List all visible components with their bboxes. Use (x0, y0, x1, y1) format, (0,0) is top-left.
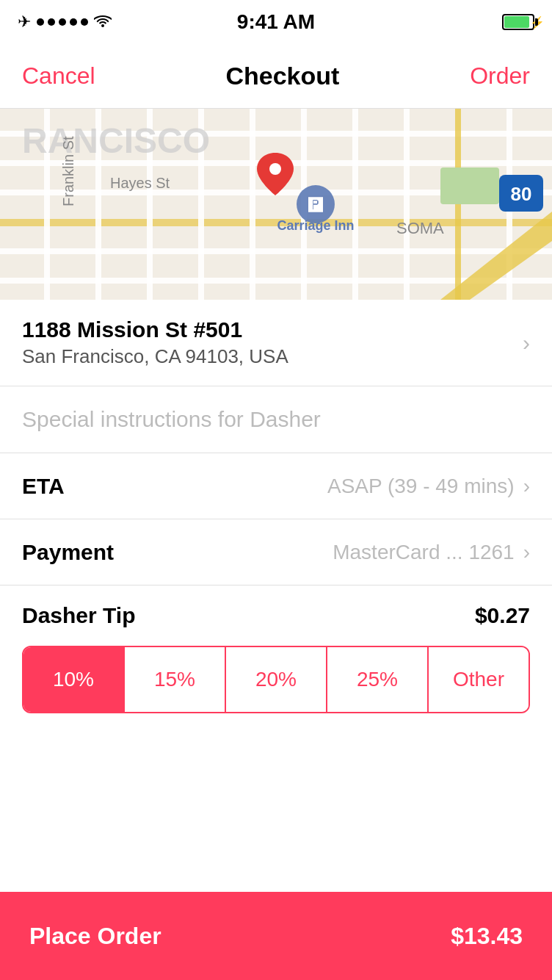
svg-text:SOMA: SOMA (396, 219, 444, 237)
status-bar: ✈ 9:41 AM ⚡ (0, 0, 552, 44)
signal-dot-5 (81, 18, 88, 26)
tip-btn-25[interactable]: 25% (327, 647, 429, 712)
tip-section: Dasher Tip $0.27 10%15%20%25%Other (0, 586, 552, 713)
tip-buttons: 10%15%20%25%Other (22, 646, 530, 713)
tip-btn-15[interactable]: 15% (125, 647, 226, 712)
payment-value: MasterCard ... 1261 (333, 541, 514, 564)
tip-label: Dasher Tip (22, 603, 136, 628)
eta-value-container: ASAP (39 - 49 mins) › (327, 475, 530, 498)
address-text: 1188 Mission St #501 San Francisco, CA 9… (22, 317, 288, 368)
address-main: 1188 Mission St #501 (22, 317, 288, 342)
map-view[interactable]: RANCISCO Franklin St Hayes St SOMA 80 🅿 … (0, 109, 552, 300)
tip-header: Dasher Tip $0.27 (22, 603, 530, 628)
signal-dot-1 (37, 18, 44, 26)
signal-dots (37, 18, 88, 26)
page-title: Checkout (225, 62, 339, 90)
svg-text:Carriage Inn: Carriage Inn (277, 218, 354, 233)
signal-dot-2 (48, 18, 55, 26)
tip-btn-10[interactable]: 10% (23, 647, 125, 712)
order-button[interactable]: Order (470, 62, 530, 90)
signal-dot-4 (70, 18, 77, 26)
svg-text:Hayes St: Hayes St (110, 175, 170, 191)
eta-chevron-icon: › (523, 475, 530, 498)
battery-container: ⚡ (502, 14, 534, 30)
payment-section[interactable]: Payment MasterCard ... 1261 › (0, 519, 552, 586)
svg-rect-4 (0, 219, 552, 226)
svg-rect-18 (440, 167, 499, 204)
payment-chevron-icon: › (523, 541, 530, 564)
svg-text:Franklin St: Franklin St (60, 136, 76, 206)
eta-label: ETA (22, 474, 65, 499)
battery-icon: ⚡ (502, 14, 534, 30)
place-order-bar[interactable]: Place Order $13.43 (0, 892, 552, 980)
svg-text:RANCISCO: RANCISCO (22, 121, 210, 160)
bolt-icon: ⚡ (530, 15, 545, 29)
airplane-icon: ✈ (18, 12, 31, 32)
instructions-section[interactable]: Special instructions for Dasher (0, 386, 552, 453)
svg-text:80: 80 (511, 183, 532, 205)
svg-rect-13 (352, 109, 358, 300)
place-order-price: $13.43 (451, 923, 523, 950)
nav-bar: Cancel Checkout Order (0, 44, 552, 109)
address-section[interactable]: 1188 Mission St #501 San Francisco, CA 9… (0, 300, 552, 386)
address-sub: San Francisco, CA 94103, USA (22, 345, 288, 368)
signal-dot-3 (59, 18, 66, 26)
payment-label: Payment (22, 540, 114, 565)
address-chevron-icon: › (523, 331, 530, 356)
tip-btn-other[interactable]: Other (429, 647, 529, 712)
svg-rect-14 (404, 109, 410, 300)
cancel-button[interactable]: Cancel (22, 62, 95, 90)
tip-amount: $0.27 (475, 603, 530, 628)
eta-section[interactable]: ETA ASAP (39 - 49 mins) › (0, 453, 552, 519)
svg-text:🅿: 🅿 (308, 197, 323, 213)
status-time: 9:41 AM (237, 10, 315, 34)
tip-btn-20[interactable]: 20% (226, 647, 327, 712)
wifi-icon (94, 12, 112, 32)
svg-rect-5 (0, 248, 552, 254)
battery-fill (504, 16, 529, 28)
svg-point-29 (269, 163, 281, 175)
instructions-input[interactable]: Special instructions for Dasher (22, 407, 321, 431)
status-right: ⚡ (502, 14, 534, 30)
eta-value: ASAP (39 - 49 mins) (327, 475, 515, 498)
status-left: ✈ (18, 12, 112, 32)
place-order-label: Place Order (29, 923, 161, 950)
payment-value-container: MasterCard ... 1261 › (333, 541, 530, 564)
svg-rect-11 (250, 109, 255, 300)
